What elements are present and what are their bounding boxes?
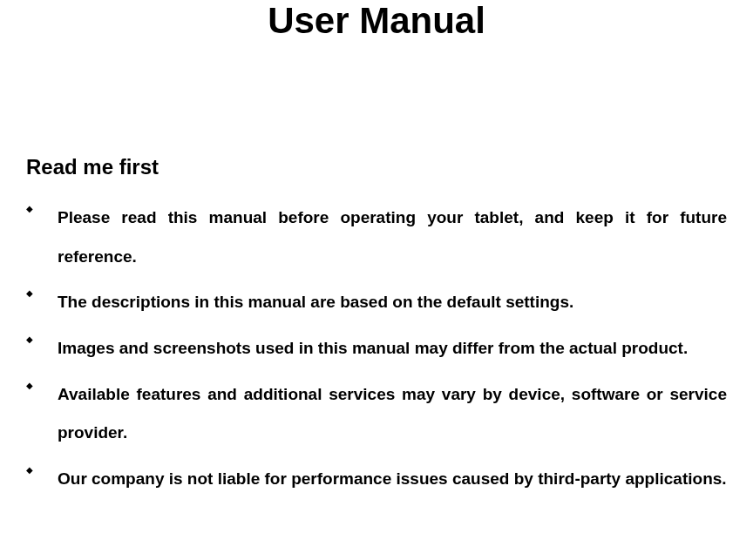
bullet-text: The descriptions in this manual are base… — [58, 283, 727, 322]
diamond-bullet-icon: ◆ — [26, 465, 33, 475]
bullet-text: Our company is not liable for performanc… — [58, 460, 727, 499]
list-item: ◆ Images and screenshots used in this ma… — [26, 329, 727, 368]
bullet-text: Available features and additional servic… — [58, 375, 727, 453]
bullet-text: Images and screenshots used in this manu… — [58, 329, 727, 368]
page-title: User Manual — [26, 0, 727, 42]
bullet-list: ◆ Please read this manual before operati… — [26, 199, 727, 498]
diamond-bullet-icon: ◆ — [26, 204, 33, 213]
list-item: ◆ Available features and additional serv… — [26, 375, 727, 453]
diamond-bullet-icon: ◆ — [26, 334, 33, 344]
section-heading: Read me first — [26, 155, 727, 179]
diamond-bullet-icon: ◆ — [26, 288, 33, 298]
list-item: ◆ Our company is not liable for performa… — [26, 460, 727, 499]
list-item: ◆ The descriptions in this manual are ba… — [26, 283, 727, 322]
diamond-bullet-icon: ◆ — [26, 381, 33, 390]
bullet-text: Please read this manual before operating… — [58, 199, 727, 276]
list-item: ◆ Please read this manual before operati… — [26, 199, 727, 276]
